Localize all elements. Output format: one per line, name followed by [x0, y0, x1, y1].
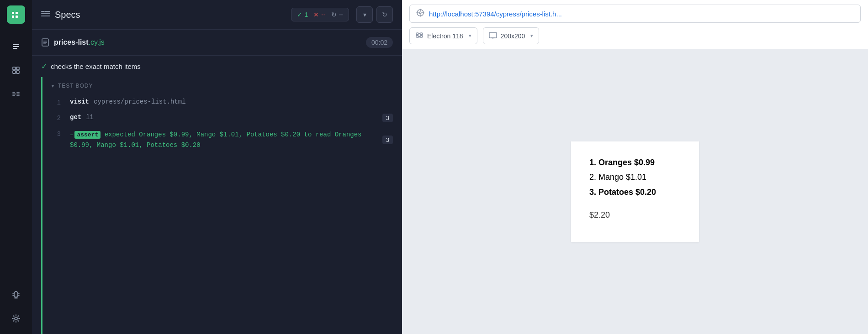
spec-filename: prices-list.cy.js — [54, 38, 105, 47]
url-bar[interactable]: http://localhost:57394/cypress/prices-li… — [409, 5, 861, 23]
spec-extension: .cy.js — [89, 38, 105, 46]
browser-engine-arrow: ▾ — [469, 33, 471, 39]
check-icon: ✓ — [297, 11, 302, 18]
url-text: http://localhost:57394/cypress/prices-li… — [429, 10, 854, 18]
browser-controls: Electron 118 ▾ 200x200 ▾ — [409, 27, 861, 44]
browser-preview-panel: http://localhost:57394/cypress/prices-li… — [402, 0, 868, 334]
pending-count: -- — [339, 11, 343, 18]
test-body-bordered: ▾ TEST BODY 1 visit cypress/prices-list.… — [41, 77, 402, 334]
get-arg: li — [86, 114, 94, 121]
test-body-container: ✓ checks the exact match items ▾ TEST BO… — [32, 56, 402, 334]
crosshair-icon — [416, 9, 424, 19]
preview-content: 1. Oranges $0.99 2. Mango $1.01 3. Potat… — [571, 141, 699, 242]
command-content-1: visit cypress/prices-list.html — [70, 98, 393, 105]
command-row-1[interactable]: 1 visit cypress/prices-list.html — [52, 94, 393, 110]
sidebar — [0, 0, 32, 334]
top-bar-controls: ▾ ↻ — [356, 6, 393, 23]
electron-icon — [415, 31, 423, 41]
page-title-area: Specs — [41, 10, 80, 20]
svg-point-19 — [15, 317, 17, 320]
pending-stat: ↻ -- — [331, 11, 343, 18]
preview-total: $2.20 — [589, 210, 681, 220]
viewport-arrow: ▾ — [530, 33, 533, 39]
page-title: Specs — [55, 10, 80, 20]
pass-count: 1 — [305, 11, 308, 18]
main-content: Specs ✓ 1 ✕ -- ↻ -- ▾ ↻ — [32, 0, 402, 334]
assert-keyword: assert — [74, 131, 101, 139]
viewport-select[interactable]: 200x200 ▾ — [483, 27, 540, 44]
test-stats-bar: ✓ 1 ✕ -- ↻ -- — [291, 8, 349, 21]
list-item-1: 1. Oranges $0.99 — [589, 155, 681, 170]
viewport-icon — [489, 31, 497, 41]
test-name: checks the exact match items — [51, 63, 141, 70]
svg-rect-5 — [13, 71, 16, 73]
svg-rect-3 — [13, 67, 16, 70]
refresh-btn[interactable]: ↻ — [376, 6, 393, 23]
collapse-icon[interactable]: ▾ — [52, 84, 54, 89]
viewport-label: 200x200 — [501, 32, 525, 40]
sidebar-item-runs[interactable] — [6, 84, 26, 104]
command-badge-2: 3 — [382, 114, 393, 122]
sidebar-item-selector[interactable] — [6, 60, 26, 80]
top-bar: Specs ✓ 1 ✕ -- ↻ -- ▾ ↻ — [32, 0, 402, 30]
assert-badge: 3 — [382, 136, 393, 144]
cypress-left-panel: Specs ✓ 1 ✕ -- ↻ -- ▾ ↻ — [0, 0, 402, 334]
spec-title: prices-list.cy.js — [41, 38, 105, 47]
test-body-section: ▾ TEST BODY 1 visit cypress/prices-list.… — [42, 77, 402, 157]
assert-minus: – — [70, 131, 74, 138]
assert-content: –assert expected Oranges $0.99, Mango $1… — [70, 130, 373, 150]
spec-duration: 00:02 — [366, 37, 393, 48]
line-number-2: 2 — [52, 114, 61, 122]
svg-rect-6 — [16, 71, 19, 73]
fail-stat: ✕ -- — [313, 11, 325, 18]
command-row-3[interactable]: 3 –assert expected Oranges $0.99, Mango … — [52, 126, 393, 154]
spec-name: prices-list — [54, 38, 89, 46]
test-pass-icon: ✓ — [41, 62, 47, 71]
pass-stat: ✓ 1 — [297, 11, 308, 18]
svg-rect-4 — [16, 67, 19, 70]
prices-list: 1. Oranges $0.99 2. Mango $1.01 3. Potat… — [589, 155, 681, 199]
sidebar-item-settings[interactable] — [6, 308, 26, 329]
preview-area: 1. Oranges $0.99 2. Mango $1.01 3. Potat… — [402, 49, 868, 334]
svg-point-29 — [419, 12, 421, 14]
browser-engine-label: Electron 118 — [427, 32, 463, 40]
spec-header: prices-list.cy.js 00:02 — [32, 30, 402, 56]
file-icon — [41, 38, 49, 47]
specs-list-icon — [41, 10, 50, 20]
dropdown-btn[interactable]: ▾ — [356, 6, 373, 23]
sidebar-item-specs[interactable] — [6, 37, 26, 57]
assert-text: expected Oranges $0.99, Mango $1.01, Pot… — [70, 131, 362, 149]
test-body-label: ▾ TEST BODY — [52, 81, 393, 94]
list-item-2: 2. Mango $1.01 — [589, 170, 681, 184]
visit-keyword: visit — [70, 98, 89, 105]
cypress-logo[interactable] — [7, 5, 25, 24]
pending-icon: ↻ — [331, 11, 337, 18]
browser-engine-select[interactable]: Electron 118 ▾ — [409, 27, 477, 44]
line-number-1: 1 — [52, 98, 61, 106]
section-label: TEST BODY — [58, 83, 93, 89]
get-keyword: get — [70, 114, 81, 121]
list-item-3: 3. Potatoes $0.20 — [589, 185, 681, 199]
command-content-2: get li — [70, 114, 373, 121]
visit-arg: cypress/prices-list.html — [94, 98, 186, 105]
sidebar-item-debug[interactable] — [6, 285, 26, 305]
fail-count: -- — [321, 11, 325, 18]
line-number-3: 3 — [52, 130, 61, 138]
x-icon: ✕ — [313, 11, 319, 18]
browser-toolbar: http://localhost:57394/cypress/prices-li… — [402, 0, 868, 49]
test-name-row: ✓ checks the exact match items — [32, 56, 402, 77]
svg-rect-37 — [489, 32, 497, 38]
command-row-2[interactable]: 2 get li 3 — [52, 110, 393, 126]
